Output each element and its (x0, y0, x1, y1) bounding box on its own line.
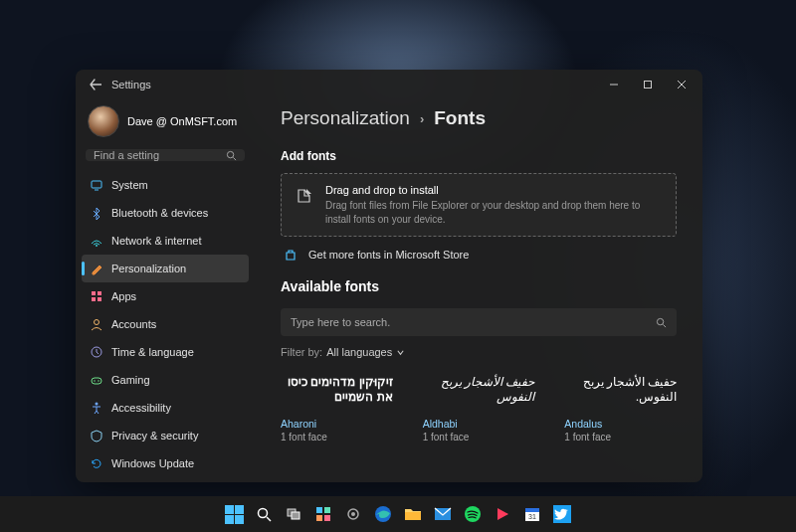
maximize-button[interactable] (631, 70, 665, 99)
svg-point-28 (351, 512, 355, 516)
sidebar-item-label: Bluetooth & devices (111, 207, 208, 219)
close-button[interactable] (665, 70, 698, 99)
edge-icon[interactable] (372, 503, 394, 525)
sidebar-item-gaming[interactable]: Gaming (82, 366, 249, 394)
sidebar: Dave @ OnMSFT.com Find a setting SystemB… (76, 99, 255, 482)
file-explorer-icon[interactable] (402, 503, 424, 525)
sidebar-item-label: Accessibility (111, 402, 171, 414)
minimize-button[interactable] (597, 70, 631, 99)
font-face-count: 1 font face (564, 432, 677, 443)
svg-rect-22 (292, 512, 299, 519)
sidebar-item-accounts[interactable]: Accounts (82, 310, 249, 338)
font-name: Andalus (564, 418, 677, 430)
back-button[interactable] (86, 79, 105, 90)
sidebar-item-system[interactable]: System (82, 171, 249, 199)
svg-text:31: 31 (528, 513, 536, 520)
settings-icon[interactable] (342, 503, 364, 525)
sidebar-item-update[interactable]: Windows Update (82, 449, 249, 477)
font-search-placeholder: Type here to search. (291, 316, 656, 328)
accounts-icon (90, 317, 103, 331)
svg-rect-34 (525, 508, 539, 512)
calendar-icon[interactable]: 31 (521, 503, 543, 525)
sidebar-item-label: Time & language (111, 346, 194, 358)
breadcrumb-parent[interactable]: Personalization (281, 107, 410, 129)
sidebar-item-accessibility[interactable]: Accessibility (82, 394, 249, 422)
font-card[interactable]: حفيف الأشجار يربح النفوس. Andalus 1 font… (564, 368, 677, 443)
svg-rect-9 (92, 297, 96, 301)
user-account-row[interactable]: Dave @ OnMSFT.com (82, 99, 249, 149)
chevron-down-icon (396, 348, 405, 357)
svg-rect-13 (92, 378, 101, 384)
taskbar: 31 (0, 496, 796, 532)
settings-window: Settings Dave @ OnMSFT.com Find a settin… (76, 70, 702, 482)
font-name: Aldhabi (423, 418, 535, 430)
font-dropzone[interactable]: Drag and drop to install Drag font files… (281, 173, 677, 237)
start-button[interactable] (223, 503, 245, 525)
filter-dropdown[interactable]: Filter by: All languages (281, 346, 677, 358)
svg-rect-4 (92, 181, 101, 188)
time-icon (90, 345, 103, 359)
media-icon[interactable] (492, 503, 513, 525)
svg-line-20 (267, 517, 271, 521)
system-icon (90, 178, 103, 192)
sidebar-item-personalization[interactable]: Personalization (82, 255, 249, 282)
window-title: Settings (111, 79, 151, 90)
dropzone-title: Drag and drop to install (325, 184, 662, 196)
sidebar-item-bluetooth[interactable]: Bluetooth & devices (82, 199, 249, 227)
font-grid: זיקוּקין מדהימים כיסו את השמיים Aharoni … (281, 368, 677, 443)
spotify-icon[interactable] (462, 503, 484, 525)
sidebar-item-network[interactable]: Network & internet (82, 227, 249, 255)
sidebar-item-label: Gaming (111, 374, 150, 386)
svg-point-15 (98, 380, 100, 382)
font-preview: זיקוּקין מדהימים כיסו את השמיים (281, 368, 393, 404)
chevron-right-icon: › (420, 111, 424, 126)
apps-icon (90, 289, 103, 303)
mail-icon[interactable] (432, 503, 454, 525)
store-icon (283, 247, 298, 263)
sidebar-item-time[interactable]: Time & language (82, 338, 249, 366)
font-card[interactable]: حفيف الأشجار يربح النفوس Aldhabi 1 font … (423, 368, 535, 443)
store-link-label: Get more fonts in Microsoft Store (308, 249, 469, 261)
drag-drop-icon (296, 186, 313, 206)
filter-value: All languages (326, 346, 392, 358)
titlebar: Settings (76, 70, 702, 99)
sidebar-item-label: Personalization (111, 263, 186, 274)
nav-list: SystemBluetooth & devicesNetwork & inter… (82, 171, 249, 477)
svg-rect-25 (316, 515, 322, 521)
svg-line-3 (233, 157, 236, 160)
svg-point-16 (96, 403, 99, 406)
privacy-icon (90, 429, 103, 443)
sidebar-item-label: System (111, 179, 148, 191)
sidebar-item-label: Network & internet (111, 235, 201, 247)
svg-rect-30 (405, 512, 421, 520)
font-face-count: 1 font face (423, 432, 535, 443)
svg-point-14 (94, 380, 96, 382)
user-name: Dave @ OnMSFT.com (127, 115, 237, 127)
svg-point-19 (259, 509, 268, 518)
available-fonts-header: Available fonts (281, 278, 677, 294)
font-card[interactable]: זיקוּקין מדהימים כיסו את השמיים Aharoni … (281, 368, 393, 443)
main-panel: Personalization › Fonts Add fonts Drag a… (255, 99, 702, 482)
sidebar-item-apps[interactable]: Apps (82, 282, 249, 310)
sidebar-item-label: Apps (111, 290, 136, 302)
font-preview: حفيف الأشجار يربح النفوس (423, 368, 535, 404)
taskview-icon[interactable] (283, 503, 304, 525)
search-placeholder: Find a setting (94, 149, 226, 161)
sidebar-search-input[interactable]: Find a setting (86, 149, 245, 161)
svg-rect-10 (98, 297, 101, 301)
sidebar-item-privacy[interactable]: Privacy & security (82, 422, 249, 449)
svg-rect-1 (645, 82, 652, 89)
twitter-icon[interactable] (551, 503, 573, 525)
network-icon (90, 234, 103, 248)
widgets-icon[interactable] (312, 503, 334, 525)
personalization-icon (90, 262, 103, 275)
svg-rect-23 (316, 507, 322, 513)
svg-point-17 (657, 318, 663, 324)
font-face-count: 1 font face (281, 432, 393, 443)
font-search-input[interactable]: Type here to search. (281, 308, 677, 336)
bluetooth-icon (90, 206, 103, 220)
font-name: Aharoni (281, 418, 393, 430)
avatar (88, 105, 119, 137)
store-link[interactable]: Get more fonts in Microsoft Store (281, 237, 677, 268)
taskbar-search-icon[interactable] (253, 503, 275, 525)
